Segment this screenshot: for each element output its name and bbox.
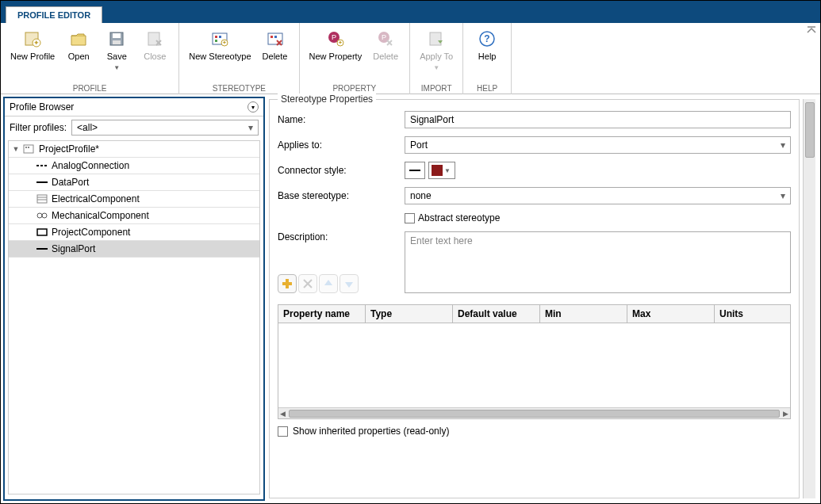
profile-editor-tab[interactable]: PROFILE EDITOR [6,6,102,23]
col-type[interactable]: Type [366,305,453,323]
move-down-button [340,274,359,293]
svg-text:✦: ✦ [338,40,343,45]
delete-property-icon: P [376,29,395,48]
svg-rect-37 [37,195,47,203]
tree-item-project[interactable]: ProjectComponent [9,224,259,241]
abstract-label: Abstract stereotype [418,212,500,223]
svg-text:✦: ✦ [222,40,227,45]
panel-menu-icon[interactable]: ▾ [247,101,259,113]
new-profile-button[interactable]: ✦ New Profile [6,25,59,82]
profile-browser-panel: Profile Browser ▾ Filter profiles: <all>… [3,97,265,501]
filter-profiles-select[interactable]: <all> [71,120,259,136]
new-stereotype-icon: ✦ [210,29,229,48]
name-input[interactable] [405,111,791,128]
svg-text:✦: ✦ [33,39,40,47]
show-inherited-label: Show inherited properties (read-only) [293,426,449,437]
gears-icon [36,210,48,221]
vertical-scrollbar[interactable] [803,99,815,498]
dropdown-icon: ▼ [433,64,439,71]
open-button[interactable]: Open [59,25,98,82]
tree-root[interactable]: ▼ ProjectProfile* [9,141,259,158]
svg-rect-16 [270,36,273,38]
solid-line-icon [36,177,48,188]
base-label: Base stereotype: [278,190,405,201]
dashed-line-icon [36,160,48,171]
svg-rect-11 [219,36,221,38]
new-property-icon: P✦ [326,29,345,48]
abstract-checkbox[interactable] [405,213,415,223]
help-group-label: HELP [468,82,506,94]
tree-item-dataport[interactable]: DataPort [9,174,259,191]
expand-icon[interactable]: ▼ [12,145,20,153]
stereotype-properties-panel: Stereotype Properties Name: Applies to: … [269,99,800,498]
svg-rect-34 [28,147,29,148]
svg-rect-17 [274,36,277,38]
profile-icon [23,143,36,155]
help-button[interactable]: ? Help [468,25,506,82]
svg-text:P: P [332,33,336,41]
show-inherited-checkbox[interactable] [278,426,288,437]
property-group-label: PROPERTY [305,82,405,94]
solid-line-icon [36,243,48,254]
tree-item-mechanical[interactable]: MechanicalComponent [9,208,259,224]
help-icon: ? [478,29,497,48]
stereotype-group-label: STEREOTYPE [184,82,293,94]
description-label: Description: [278,231,405,242]
save-button[interactable]: Save▼ [98,25,136,82]
base-stereotype-select[interactable]: none [405,187,791,204]
new-property-button[interactable]: P✦ New Property [305,25,367,82]
apply-to-icon [427,29,446,48]
connector-line-style[interactable] [405,162,425,179]
connector-color-picker[interactable]: ▼ [428,162,455,179]
open-folder-icon [69,29,88,48]
svg-text:?: ? [484,33,489,44]
new-stereotype-button[interactable]: ✦ New Stereotype [184,25,255,82]
col-min[interactable]: Min [540,305,627,323]
svg-rect-4 [113,33,121,38]
apply-to-button: Apply To▼ [415,25,458,82]
svg-point-40 [37,213,42,218]
dropdown-icon: ▼ [113,64,120,71]
close-file-icon [145,29,164,48]
svg-rect-28 [430,32,441,45]
svg-point-41 [42,213,47,218]
tree-item-analog[interactable]: AnalogConnection [9,158,259,174]
profile-tree: ▼ ProjectProfile* AnalogConnection DataP… [8,140,260,494]
connector-label: Connector style: [278,165,405,176]
delete-stereotype-button[interactable]: Delete [256,25,294,82]
col-property-name[interactable]: Property name [278,305,366,323]
property-table: Property name Type Default value Min Max… [278,304,791,419]
property-table-body [278,323,790,407]
name-label: Name: [278,114,405,125]
horizontal-scrollbar[interactable]: ◀▶ [278,407,790,418]
move-up-button [319,274,338,293]
svg-rect-5 [113,40,121,44]
col-units[interactable]: Units [715,305,790,323]
close-button: Close [136,25,174,82]
delete-stereotype-icon [266,29,285,48]
col-default[interactable]: Default value [453,305,540,323]
tree-item-signalport[interactable]: SignalPort [9,241,259,258]
delete-property-button: P Delete [366,25,405,82]
collapse-ribbon-icon[interactable] [806,25,817,36]
remove-property-button [298,274,317,293]
profile-group-label: PROFILE [6,82,174,94]
new-profile-icon: ✦ [23,29,42,48]
tree-item-electrical[interactable]: ElectricalComponent [9,191,259,208]
svg-rect-12 [215,40,217,42]
svg-rect-46 [282,282,292,285]
save-icon [107,29,126,48]
description-textarea[interactable]: Enter text here [405,231,791,293]
col-max[interactable]: Max [627,305,715,323]
filter-label: Filter profiles: [10,122,67,133]
import-group-label: IMPORT [415,82,458,94]
svg-rect-32 [24,145,33,153]
applies-label: Applies to: [278,139,405,151]
svg-rect-10 [215,36,217,38]
svg-text:P: P [382,33,386,41]
svg-rect-42 [37,229,47,235]
component-icon [36,193,48,204]
add-property-button[interactable] [278,274,297,293]
applies-to-select[interactable]: Port [405,136,791,154]
panel-title: Stereotype Properties [278,94,376,105]
